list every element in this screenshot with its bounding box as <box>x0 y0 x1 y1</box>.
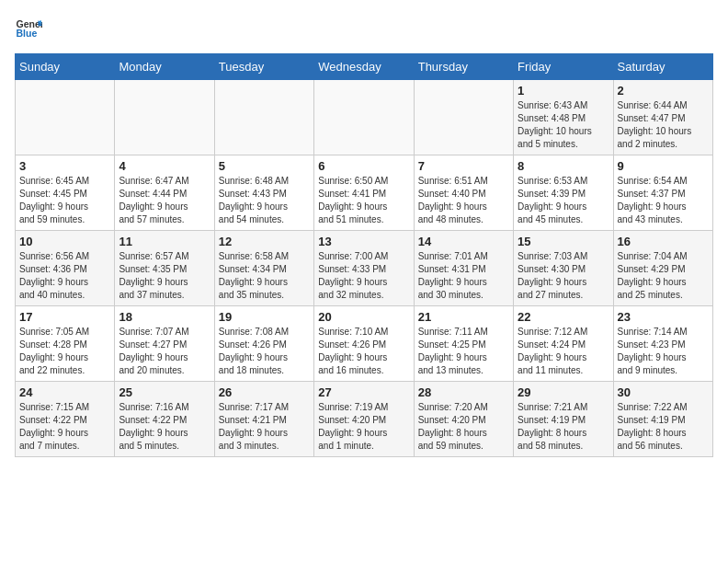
day-info: Sunrise: 7:21 AM Sunset: 4:19 PM Dayligh… <box>518 401 609 453</box>
calendar-cell: 17Sunrise: 7:05 AM Sunset: 4:28 PM Dayli… <box>16 306 115 382</box>
day-info: Sunrise: 7:07 AM Sunset: 4:27 PM Dayligh… <box>119 326 210 377</box>
calendar-cell: 4Sunrise: 6:47 AM Sunset: 4:44 PM Daylig… <box>115 155 214 231</box>
day-info: Sunrise: 7:11 AM Sunset: 4:25 PM Dayligh… <box>418 326 509 377</box>
day-info: Sunrise: 6:53 AM Sunset: 4:39 PM Dayligh… <box>518 175 609 226</box>
calendar-cell: 24Sunrise: 7:15 AM Sunset: 4:22 PM Dayli… <box>16 382 115 457</box>
calendar-cell: 9Sunrise: 6:54 AM Sunset: 4:37 PM Daylig… <box>613 155 712 231</box>
day-number: 26 <box>219 385 310 399</box>
day-number: 4 <box>119 159 210 173</box>
day-info: Sunrise: 6:57 AM Sunset: 4:35 PM Dayligh… <box>119 250 210 302</box>
calendar-cell: 5Sunrise: 6:48 AM Sunset: 4:43 PM Daylig… <box>214 155 313 231</box>
calendar-header: SundayMondayTuesdayWednesdayThursdayFrid… <box>16 54 713 80</box>
day-info: Sunrise: 6:48 AM Sunset: 4:43 PM Dayligh… <box>219 175 310 226</box>
calendar-cell: 15Sunrise: 7:03 AM Sunset: 4:30 PM Dayli… <box>514 231 613 306</box>
calendar-cell <box>115 80 214 155</box>
day-number: 2 <box>618 84 709 98</box>
day-info: Sunrise: 6:44 AM Sunset: 4:47 PM Dayligh… <box>618 99 709 151</box>
calendar-week-4: 17Sunrise: 7:05 AM Sunset: 4:28 PM Dayli… <box>16 306 713 382</box>
calendar-week-2: 3Sunrise: 6:45 AM Sunset: 4:45 PM Daylig… <box>16 155 713 231</box>
day-number: 16 <box>618 235 709 248</box>
header: General Blue <box>15 15 713 42</box>
day-number: 11 <box>119 235 210 248</box>
calendar-cell: 19Sunrise: 7:08 AM Sunset: 4:26 PM Dayli… <box>214 306 313 382</box>
day-number: 21 <box>418 310 509 324</box>
calendar-week-1: 1Sunrise: 6:43 AM Sunset: 4:48 PM Daylig… <box>16 80 713 155</box>
calendar-cell: 20Sunrise: 7:10 AM Sunset: 4:26 PM Dayli… <box>314 306 414 382</box>
calendar-cell: 12Sunrise: 6:58 AM Sunset: 4:34 PM Dayli… <box>214 231 313 306</box>
day-info: Sunrise: 7:00 AM Sunset: 4:33 PM Dayligh… <box>318 250 409 302</box>
day-number: 29 <box>518 385 609 399</box>
day-info: Sunrise: 7:19 AM Sunset: 4:20 PM Dayligh… <box>318 401 409 453</box>
calendar-cell: 30Sunrise: 7:22 AM Sunset: 4:19 PM Dayli… <box>613 382 712 457</box>
calendar-body: 1Sunrise: 6:43 AM Sunset: 4:48 PM Daylig… <box>16 80 713 457</box>
weekday-header-saturday: Saturday <box>613 54 712 80</box>
calendar-cell: 14Sunrise: 7:01 AM Sunset: 4:31 PM Dayli… <box>414 231 513 306</box>
day-number: 14 <box>418 235 509 248</box>
calendar-cell: 6Sunrise: 6:50 AM Sunset: 4:41 PM Daylig… <box>314 155 414 231</box>
day-number: 8 <box>518 159 609 173</box>
day-number: 22 <box>518 310 609 324</box>
day-info: Sunrise: 7:01 AM Sunset: 4:31 PM Dayligh… <box>418 250 509 302</box>
day-info: Sunrise: 7:14 AM Sunset: 4:23 PM Dayligh… <box>618 326 709 377</box>
calendar-cell: 7Sunrise: 6:51 AM Sunset: 4:40 PM Daylig… <box>414 155 513 231</box>
calendar-cell: 21Sunrise: 7:11 AM Sunset: 4:25 PM Dayli… <box>414 306 513 382</box>
day-number: 12 <box>219 235 310 248</box>
weekday-header-thursday: Thursday <box>414 54 513 80</box>
calendar-cell <box>314 80 414 155</box>
calendar-cell <box>16 80 115 155</box>
calendar-cell: 29Sunrise: 7:21 AM Sunset: 4:19 PM Dayli… <box>514 382 613 457</box>
calendar-cell: 3Sunrise: 6:45 AM Sunset: 4:45 PM Daylig… <box>16 155 115 231</box>
day-number: 9 <box>618 159 709 173</box>
day-info: Sunrise: 7:20 AM Sunset: 4:20 PM Dayligh… <box>418 401 509 453</box>
day-number: 3 <box>19 159 110 173</box>
calendar-cell: 18Sunrise: 7:07 AM Sunset: 4:27 PM Dayli… <box>115 306 214 382</box>
day-info: Sunrise: 7:22 AM Sunset: 4:19 PM Dayligh… <box>618 401 709 453</box>
weekday-header-monday: Monday <box>115 54 214 80</box>
day-number: 28 <box>418 385 509 399</box>
day-info: Sunrise: 7:03 AM Sunset: 4:30 PM Dayligh… <box>518 250 609 302</box>
day-info: Sunrise: 7:17 AM Sunset: 4:21 PM Dayligh… <box>219 401 310 453</box>
logo-icon: General Blue <box>15 15 42 42</box>
day-number: 17 <box>19 310 110 324</box>
weekday-header-wednesday: Wednesday <box>314 54 414 80</box>
day-number: 7 <box>418 159 509 173</box>
day-number: 25 <box>119 385 210 399</box>
day-number: 10 <box>19 235 110 248</box>
day-number: 18 <box>119 310 210 324</box>
day-number: 27 <box>318 385 409 399</box>
weekday-header-friday: Friday <box>514 54 613 80</box>
day-number: 15 <box>518 235 609 248</box>
day-number: 23 <box>618 310 709 324</box>
day-info: Sunrise: 6:56 AM Sunset: 4:36 PM Dayligh… <box>19 250 110 302</box>
calendar-cell: 26Sunrise: 7:17 AM Sunset: 4:21 PM Dayli… <box>214 382 313 457</box>
day-info: Sunrise: 6:58 AM Sunset: 4:34 PM Dayligh… <box>219 250 310 302</box>
day-number: 5 <box>219 159 310 173</box>
day-number: 6 <box>318 159 409 173</box>
calendar-cell: 11Sunrise: 6:57 AM Sunset: 4:35 PM Dayli… <box>115 231 214 306</box>
weekday-header-row: SundayMondayTuesdayWednesdayThursdayFrid… <box>16 54 713 80</box>
day-number: 30 <box>618 385 709 399</box>
day-number: 24 <box>19 385 110 399</box>
calendar-week-5: 24Sunrise: 7:15 AM Sunset: 4:22 PM Dayli… <box>16 382 713 457</box>
day-info: Sunrise: 6:45 AM Sunset: 4:45 PM Dayligh… <box>19 175 110 226</box>
day-info: Sunrise: 6:43 AM Sunset: 4:48 PM Dayligh… <box>518 99 609 151</box>
logo: General Blue <box>15 15 42 42</box>
day-info: Sunrise: 7:15 AM Sunset: 4:22 PM Dayligh… <box>19 401 110 453</box>
calendar-cell: 22Sunrise: 7:12 AM Sunset: 4:24 PM Dayli… <box>514 306 613 382</box>
calendar-cell: 13Sunrise: 7:00 AM Sunset: 4:33 PM Dayli… <box>314 231 414 306</box>
calendar-cell: 10Sunrise: 6:56 AM Sunset: 4:36 PM Dayli… <box>16 231 115 306</box>
calendar-cell <box>414 80 513 155</box>
day-number: 1 <box>518 84 609 98</box>
day-number: 20 <box>318 310 409 324</box>
day-info: Sunrise: 6:54 AM Sunset: 4:37 PM Dayligh… <box>618 175 709 226</box>
day-number: 13 <box>318 235 409 248</box>
calendar-cell: 27Sunrise: 7:19 AM Sunset: 4:20 PM Dayli… <box>314 382 414 457</box>
day-info: Sunrise: 6:47 AM Sunset: 4:44 PM Dayligh… <box>119 175 210 226</box>
calendar-week-3: 10Sunrise: 6:56 AM Sunset: 4:36 PM Dayli… <box>16 231 713 306</box>
calendar-cell: 2Sunrise: 6:44 AM Sunset: 4:47 PM Daylig… <box>613 80 712 155</box>
day-info: Sunrise: 6:50 AM Sunset: 4:41 PM Dayligh… <box>318 175 409 226</box>
day-info: Sunrise: 6:51 AM Sunset: 4:40 PM Dayligh… <box>418 175 509 226</box>
calendar-cell: 23Sunrise: 7:14 AM Sunset: 4:23 PM Dayli… <box>613 306 712 382</box>
day-number: 19 <box>219 310 310 324</box>
day-info: Sunrise: 7:05 AM Sunset: 4:28 PM Dayligh… <box>19 326 110 377</box>
